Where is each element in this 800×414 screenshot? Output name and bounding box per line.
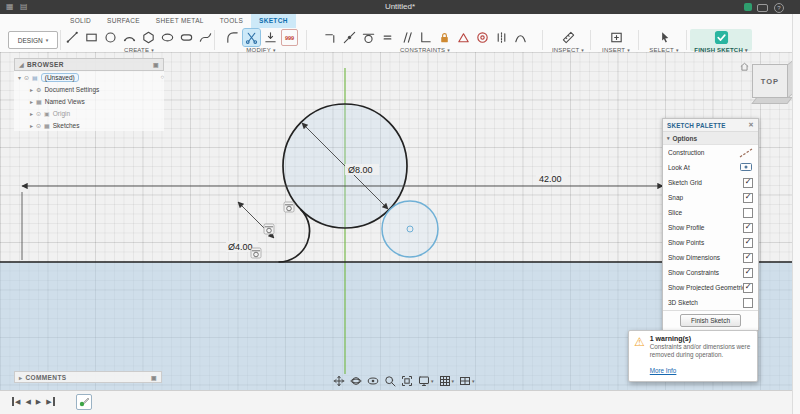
concentric-constraint-icon[interactable] [474,29,491,46]
ellipse-tool-icon[interactable] [159,29,176,46]
viewcube-front-face[interactable] [751,97,792,104]
timeline-sketch-feature[interactable] [76,394,92,410]
trim-tool-icon[interactable] [243,29,260,46]
help-icon[interactable]: ? [774,3,784,13]
measure-tool-icon[interactable] [560,29,577,46]
palette-row-construction: Construction [663,145,758,160]
finish-sketch-button[interactable]: FINISH SKETCH▾ [690,29,752,51]
go-to-start-icon[interactable]: ◀ [12,397,20,406]
browser-row-named-views[interactable]: ▸ ▦ Named Views [14,95,164,107]
orbit-icon[interactable] [350,375,362,387]
viewcube-home-icon[interactable] [739,61,750,72]
play-icon[interactable]: ▶ [36,397,41,406]
tangent-constraint-badge[interactable] [264,224,274,234]
pan-icon[interactable] [333,375,345,387]
close-icon[interactable]: ✕ [748,121,754,129]
browser-header[interactable]: ◢ BROWSER ▣ [14,58,164,71]
tab-tools[interactable]: TOOLS [212,14,251,28]
avatar-icon[interactable] [744,3,752,11]
slice-checkbox[interactable]: ✓ [743,208,753,218]
3d-sketch-checkbox[interactable]: ✓ [743,298,753,308]
palette-row-show-constraints: Show Constraints ✓ [663,265,758,280]
arc-tool-icon[interactable] [121,29,138,46]
zoom-icon[interactable] [384,375,396,387]
browser-row-document[interactable]: ▾ ⊙ ▤ (Unsaved) ○ [14,71,164,83]
expand-caret-icon[interactable]: ▸ [19,374,22,381]
viewports-icon[interactable]: ▾ [459,375,475,387]
browser-row-origin[interactable]: ▸ ⊙ ▣ Origin [14,107,164,119]
show-points-checkbox[interactable]: ✓ [743,238,753,248]
sketch-grid-checkbox[interactable]: ✓ [743,178,753,188]
fit-icon[interactable] [401,375,413,387]
edit-dimension-icon[interactable]: 999 [281,29,298,46]
grid-settings-icon[interactable]: ▾ [439,375,455,387]
tab-surface[interactable]: SURFACE [99,14,148,28]
extend-tool-icon[interactable] [262,29,279,46]
show-dimensions-checkbox[interactable]: ✓ [743,253,753,263]
visibility-eye-icon[interactable]: ⊙ [24,74,29,81]
expand-caret-icon[interactable]: ▸ [30,86,33,93]
expand-caret-icon[interactable]: ▸ [30,110,33,117]
tangent-constraint-icon[interactable] [360,29,377,46]
dock-icon[interactable]: ▣ [153,61,159,68]
perpendicular-constraint-icon[interactable] [417,29,434,46]
finish-sketch-palette-button[interactable]: Finish Sketch [680,314,741,327]
construction-line-icon[interactable] [739,148,753,158]
horizontal-vertical-constraint-icon[interactable] [322,29,339,46]
dock-icon[interactable]: ▣ [151,374,157,381]
line-tool-icon[interactable] [64,29,81,46]
show-projected-geometries-checkbox[interactable]: ✓ [743,283,753,293]
go-to-end-icon[interactable]: ▶ [46,397,54,406]
display-settings-icon[interactable]: ▾ [418,375,434,387]
equal-constraint-icon[interactable] [379,29,396,46]
look-at-icon[interactable] [739,162,753,173]
small-circle[interactable] [382,201,438,257]
caret-down-icon: ▾ [472,378,475,384]
coincident-constraint-icon[interactable] [341,29,358,46]
comments-bar[interactable]: ▸ COMMENTS ▣ [14,371,162,383]
sketch-palette-header[interactable]: SKETCH PALETTE ✕ [663,119,758,132]
curvature-constraint-icon[interactable] [512,29,529,46]
expand-caret-icon[interactable]: ▸ [30,122,33,129]
viewcube-top-face[interactable]: TOP [752,64,788,98]
browser-row-sketches[interactable]: ▸ ⊙ ▦ Sketches [14,119,164,131]
tab-sheet-metal[interactable]: SHEET METAL [148,14,212,28]
more-info-link[interactable]: More Info [650,367,677,374]
browser-row-document-settings[interactable]: ▸ ⚙ Document Settings [14,83,164,95]
visibility-eye-icon[interactable]: ⊙ [36,110,41,117]
tab-solid[interactable]: SOLID [62,14,99,28]
fillet-arc[interactable] [279,209,310,262]
toolbar-separator [542,30,543,50]
symmetry-constraint-icon[interactable] [493,29,510,46]
slot-tool-icon[interactable] [178,29,195,46]
design-dropdown[interactable]: DESIGN ▾ [8,31,58,49]
sketches-icon: ▦ [44,122,50,129]
options-section-header[interactable]: ▾ Options [663,132,758,145]
tangent-constraint-badge[interactable] [251,248,261,258]
tangent-constraint-badge[interactable] [284,202,294,212]
expand-caret-icon[interactable]: ▸ [30,98,33,105]
fillet-tool-icon[interactable] [224,29,241,46]
rectangle-tool-icon[interactable] [83,29,100,46]
snap-checkbox[interactable]: ✓ [743,193,753,203]
show-constraints-checkbox[interactable]: ✓ [743,268,753,278]
document-name[interactable]: (Unsaved) [41,73,79,82]
parallel-constraint-icon[interactable] [398,29,415,46]
ring-icon[interactable]: ○ [160,74,164,80]
step-back-icon[interactable]: ◀ [25,397,30,406]
show-profile-checkbox[interactable]: ✓ [743,223,753,233]
polygon-tool-icon[interactable] [140,29,157,46]
check-icon: ✓ [745,283,752,291]
collapse-corner-icon[interactable]: ◢ [19,61,24,68]
visibility-eye-icon[interactable]: ⊙ [36,122,41,129]
comment-bubble-icon[interactable] [757,4,768,12]
tab-sketch[interactable]: SKETCH [251,14,296,28]
select-cursor-icon[interactable] [656,29,673,46]
insert-tool-icon[interactable] [608,29,625,46]
circle-tool-icon[interactable] [102,29,119,46]
fix-lock-constraint-icon[interactable] [436,29,453,46]
spline-tool-icon[interactable] [197,29,214,46]
expanded-caret-icon[interactable]: ▾ [18,74,21,81]
look-at-icon[interactable] [367,375,379,387]
midpoint-constraint-icon[interactable] [455,29,472,46]
